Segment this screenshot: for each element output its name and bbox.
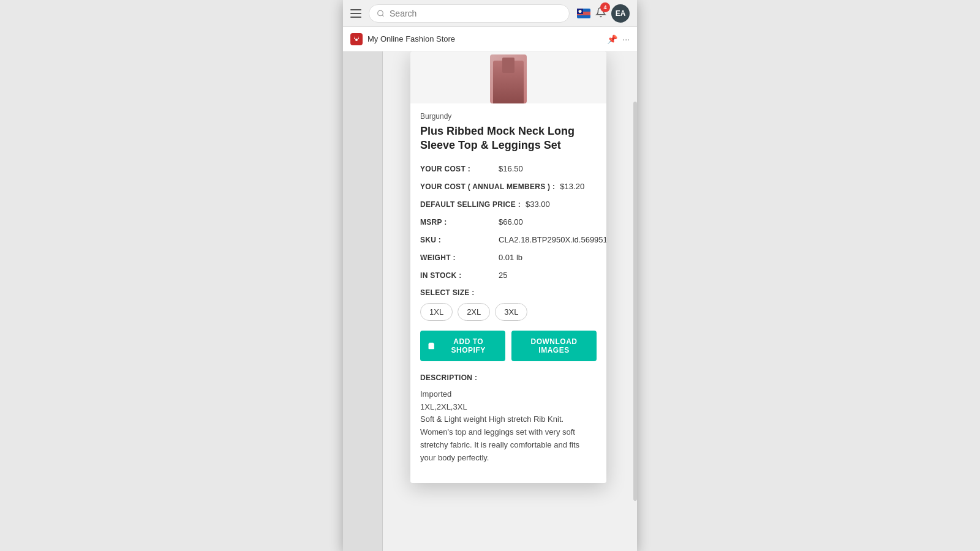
user-avatar[interactable]: EA xyxy=(611,4,630,23)
top-icons: 4 EA xyxy=(577,4,630,23)
product-detail-modal: Burgundy Plus Ribbed Mock Neck Long Slee… xyxy=(410,51,606,483)
msrp-row: MSRP : $66.00 xyxy=(420,217,597,227)
store-bar: My Online Fashion Store 📌 ··· xyxy=(343,27,637,51)
product-title: Plus Ribbed Mock Neck Long Sleeve Top & … xyxy=(420,124,597,153)
your-cost-label: YOUR COST : xyxy=(420,164,494,173)
product-color: Burgundy xyxy=(420,112,597,121)
default-selling-price-value: $33.00 xyxy=(526,200,597,209)
store-icon xyxy=(350,33,363,45)
sidebar-bg xyxy=(343,51,383,551)
modal-body: Burgundy Plus Ribbed Mock Neck Long Slee… xyxy=(410,103,606,483)
your-cost-annual-label: YOUR COST ( ANNUAL MEMBERS ) : xyxy=(420,182,555,191)
weight-label: WEIGHT : xyxy=(420,253,494,262)
search-bar[interactable] xyxy=(369,4,570,23)
your-cost-row: YOUR COST : $16.50 xyxy=(420,164,597,173)
msrp-value: $66.00 xyxy=(499,217,597,227)
main-content: Burgundy Plus Ribbed Mock Neck Long Slee… xyxy=(343,51,637,551)
default-selling-price-row: DEFAULT SELLING PRICE : $33.00 xyxy=(420,200,597,209)
search-icon xyxy=(377,9,385,18)
size-buttons-group: 1XL 2XL 3XL xyxy=(420,303,597,321)
weight-value: 0.01 lb xyxy=(499,253,597,262)
browser-top-bar: 4 EA xyxy=(343,0,637,27)
in-stock-value: 25 xyxy=(499,271,597,280)
size-btn-1xl[interactable]: 1XL xyxy=(420,303,453,321)
desc-line-2: 1XL,2XL,3XL xyxy=(420,401,597,414)
download-images-button[interactable]: DOWNLOAD IMAGES xyxy=(511,331,597,361)
select-size-label: SELECT SIZE : xyxy=(420,288,475,297)
notification-bell[interactable]: 4 xyxy=(595,6,606,21)
hamburger-menu-icon[interactable] xyxy=(350,9,361,18)
your-cost-value: $16.50 xyxy=(499,164,597,173)
size-btn-2xl[interactable]: 2XL xyxy=(458,303,490,321)
svg-line-1 xyxy=(382,15,383,16)
svg-point-0 xyxy=(378,10,383,16)
sku-label: SKU : xyxy=(420,235,494,244)
notification-count-badge: 4 xyxy=(600,2,610,12)
your-cost-annual-row: YOUR COST ( ANNUAL MEMBERS ) : $13.20 xyxy=(420,182,597,191)
search-input[interactable] xyxy=(390,9,562,18)
svg-point-6 xyxy=(579,10,582,13)
msrp-label: MSRP : xyxy=(420,217,494,227)
shopify-cart-icon xyxy=(428,342,435,350)
size-section: SELECT SIZE : 1XL 2XL 3XL xyxy=(420,288,597,321)
sku-value: CLA2.18.BTP2950X.id.569951f xyxy=(499,235,606,244)
weight-row: WEIGHT : 0.01 lb xyxy=(420,253,597,262)
in-stock-row: IN STOCK : 25 xyxy=(420,271,597,280)
more-options-icon[interactable]: ··· xyxy=(622,34,630,44)
in-stock-label: IN STOCK : xyxy=(420,271,494,280)
your-cost-annual-value: $13.20 xyxy=(560,182,597,191)
description-label: DESCRIPTION : xyxy=(420,373,597,382)
product-image-area xyxy=(410,51,606,103)
flag-icon[interactable] xyxy=(577,9,590,18)
description-text: Imported 1XL,2XL,3XL Soft & Light weight… xyxy=(420,388,597,465)
desc-line-3: Soft & Light weight High stretch Rib Kni… xyxy=(420,413,597,464)
desc-line-1: Imported xyxy=(420,388,597,401)
scrollbar-track[interactable] xyxy=(633,51,637,551)
product-thumbnail xyxy=(490,54,527,103)
scrollbar-thumb[interactable] xyxy=(633,102,637,501)
add-to-shopify-button[interactable]: ADD TO SHOPIFY xyxy=(420,331,505,361)
pin-icon[interactable]: 📌 xyxy=(607,34,617,44)
default-selling-price-label: DEFAULT SELLING PRICE : xyxy=(420,200,521,209)
size-btn-3xl[interactable]: 3XL xyxy=(495,303,527,321)
action-buttons: ADD TO SHOPIFY DOWNLOAD IMAGES xyxy=(420,331,597,361)
description-section: DESCRIPTION : Imported 1XL,2XL,3XL Soft … xyxy=(420,373,597,465)
sku-row: SKU : CLA2.18.BTP2950X.id.569951f xyxy=(420,235,597,244)
size-label-row: SELECT SIZE : xyxy=(420,288,597,297)
store-name-label: My Online Fashion Store xyxy=(368,34,602,43)
